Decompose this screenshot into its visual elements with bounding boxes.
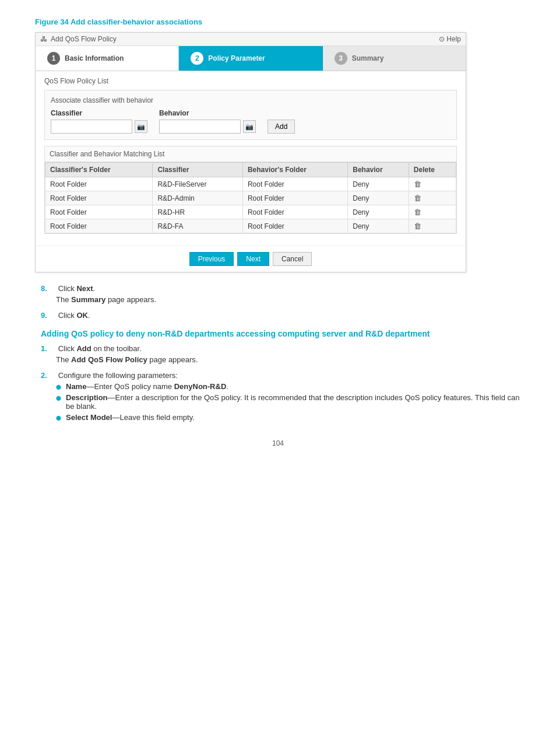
behavior-input-row: 📷 bbox=[159, 120, 256, 134]
col-classifier-folder: Classifier's Folder bbox=[45, 163, 153, 177]
cell-delete[interactable]: 🗑 bbox=[409, 191, 456, 205]
step-8-text: Click Next. bbox=[58, 284, 96, 293]
cell-delete[interactable]: 🗑 bbox=[409, 177, 456, 191]
matching-section: Classifier and Behavior Matching List Cl… bbox=[44, 146, 457, 234]
col-delete: Delete bbox=[409, 163, 456, 177]
table-row: Root Folder R&D-Admin Root Folder Deny 🗑 bbox=[45, 191, 456, 205]
table-row: Root Folder R&D-FileServer Root Folder D… bbox=[45, 177, 456, 191]
step-2-num-inline: 2. bbox=[41, 371, 52, 380]
step-2-text: Configure the following parameters: bbox=[58, 371, 178, 380]
col-classifier: Classifier bbox=[153, 163, 243, 177]
step-3-num: 3 bbox=[335, 52, 347, 65]
param-name: ⬤ Name—Enter QoS policy name DenyNon-R&D… bbox=[56, 382, 521, 391]
add-qos-bold: Add QoS Flow Policy bbox=[71, 355, 147, 364]
step-1-add-bold: Add bbox=[76, 344, 91, 353]
dialog-body: QoS Flow Policy List Associate classifie… bbox=[36, 71, 466, 246]
param-name-text: Name—Enter QoS policy name DenyNon-R&D. bbox=[66, 382, 228, 391]
summary-bold: Summary bbox=[71, 295, 105, 304]
cell-behavior-folder: Root Folder bbox=[242, 219, 347, 233]
add-qos-dialog: 🖧 Add QoS Flow Policy ⊙ Help 1 Basic Inf… bbox=[35, 32, 466, 272]
dialog-icon: 🖧 bbox=[40, 35, 47, 43]
add-association-button[interactable]: Add bbox=[268, 120, 295, 134]
param-description: ⬤ Description—Enter a description for th… bbox=[56, 393, 521, 411]
cancel-button[interactable]: Cancel bbox=[273, 252, 312, 266]
cell-classifier-folder: Root Folder bbox=[45, 205, 153, 219]
cell-behavior: Deny bbox=[348, 205, 409, 219]
bullet-name: ⬤ bbox=[56, 384, 61, 390]
classifier-label: Classifier bbox=[51, 109, 147, 117]
step-2-num: 2 bbox=[191, 52, 203, 65]
step-3-label: Summary bbox=[352, 54, 384, 62]
help-label: Help bbox=[446, 35, 461, 43]
table-header-row: Classifier's Folder Classifier Behavior'… bbox=[45, 163, 456, 177]
step-1-text: Click Add on the toolbar. bbox=[58, 344, 142, 353]
steps-bar: 1 Basic Information 2 Policy Parameter 3… bbox=[36, 46, 466, 71]
cell-behavior: Deny bbox=[348, 219, 409, 233]
cell-behavior: Deny bbox=[348, 191, 409, 205]
classifier-browse-btn[interactable]: 📷 bbox=[135, 120, 147, 133]
associate-title: Associate classifier with behavior bbox=[51, 96, 451, 104]
step-2[interactable]: 2 Policy Parameter bbox=[179, 46, 322, 71]
instruction-step-2: 2. Configure the following parameters: ⬤… bbox=[41, 371, 521, 422]
cell-classifier: R&D-FileServer bbox=[153, 177, 243, 191]
behavior-field-group: Behavior 📷 bbox=[159, 109, 256, 134]
cell-delete[interactable]: 🗑 bbox=[409, 219, 456, 233]
cell-delete[interactable]: 🗑 bbox=[409, 205, 456, 219]
instruction-step-1: 1. Click Add on the toolbar. The Add QoS… bbox=[41, 344, 521, 364]
step-1-sub: The Add QoS Flow Policy page appears. bbox=[56, 355, 521, 364]
classifier-input[interactable] bbox=[51, 120, 132, 134]
step-1-num-inline: 1. bbox=[41, 344, 52, 353]
step-8-num: 8. bbox=[41, 284, 52, 293]
classifier-field-group: Classifier 📷 bbox=[51, 109, 147, 134]
delete-icon[interactable]: 🗑 bbox=[414, 194, 421, 202]
page-number: 104 bbox=[35, 439, 521, 447]
associate-section: Associate classifier with behavior Class… bbox=[44, 90, 457, 140]
step-9-text: Click OK. bbox=[58, 311, 90, 320]
table-row: Root Folder R&D-FA Root Folder Deny 🗑 bbox=[45, 219, 456, 233]
step-1-label: Basic Information bbox=[65, 54, 124, 62]
step-3[interactable]: 3 Summary bbox=[323, 46, 466, 71]
step-1[interactable]: 1 Basic Information bbox=[36, 46, 179, 71]
behavior-browse-btn[interactable]: 📷 bbox=[243, 120, 256, 133]
cell-behavior-folder: Root Folder bbox=[242, 205, 347, 219]
dialog-footer: Previous Next Cancel bbox=[36, 246, 466, 272]
step-8-bold: Next bbox=[76, 284, 93, 293]
matching-section-title: Classifier and Behavior Matching List bbox=[45, 146, 456, 162]
step-2-sub: ⬤ Name—Enter QoS policy name DenyNon-R&D… bbox=[56, 382, 521, 422]
classifier-input-row: 📷 bbox=[51, 120, 147, 134]
bullet-description: ⬤ bbox=[56, 396, 61, 401]
step-8-sub: The Summary page appears. bbox=[56, 295, 521, 304]
step-9-ok-bold: OK bbox=[76, 311, 88, 320]
delete-icon[interactable]: 🗑 bbox=[414, 180, 421, 188]
qos-policy-list-title: QoS Flow Policy List bbox=[44, 77, 457, 85]
cell-classifier: R&D-FA bbox=[153, 219, 243, 233]
behavior-input[interactable] bbox=[159, 120, 241, 134]
matching-table: Classifier's Folder Classifier Behavior'… bbox=[45, 162, 456, 233]
col-behavior: Behavior bbox=[348, 163, 409, 177]
cell-classifier: R&D-Admin bbox=[153, 191, 243, 205]
instruction-step-9: 9. Click OK. bbox=[41, 311, 521, 320]
delete-icon[interactable]: 🗑 bbox=[414, 208, 421, 216]
section-heading: Adding QoS policy to deny non-R&D depart… bbox=[41, 329, 521, 338]
dialog-help[interactable]: ⊙ Help bbox=[439, 35, 461, 43]
previous-button[interactable]: Previous bbox=[189, 252, 234, 266]
col-behavior-folder: Behavior's Folder bbox=[242, 163, 347, 177]
associate-fields: Classifier 📷 Behavior 📷 Add bbox=[51, 109, 451, 134]
behavior-label: Behavior bbox=[159, 109, 256, 117]
delete-icon[interactable]: 🗑 bbox=[414, 222, 421, 230]
cell-classifier-folder: Root Folder bbox=[45, 191, 153, 205]
instruction-step-8: 8. Click Next. The Summary page appears. bbox=[41, 284, 521, 304]
cell-classifier-folder: Root Folder bbox=[45, 177, 153, 191]
dialog-titlebar: 🖧 Add QoS Flow Policy ⊙ Help bbox=[36, 33, 466, 46]
bullet-select-model: ⬤ bbox=[56, 415, 61, 421]
dialog-title-text: Add QoS Flow Policy bbox=[51, 35, 117, 43]
cell-behavior: Deny bbox=[348, 177, 409, 191]
dialog-title-left: 🖧 Add QoS Flow Policy bbox=[40, 35, 117, 43]
param-select-model-text: Select Model—Leave this field empty. bbox=[66, 413, 195, 422]
next-button[interactable]: Next bbox=[237, 252, 269, 266]
cell-behavior-folder: Root Folder bbox=[242, 177, 347, 191]
instructions: 8. Click Next. The Summary page appears.… bbox=[41, 284, 521, 422]
step-1-num: 1 bbox=[47, 52, 60, 65]
param-description-text: Description—Enter a description for the … bbox=[66, 393, 521, 411]
help-icon: ⊙ bbox=[439, 35, 445, 43]
